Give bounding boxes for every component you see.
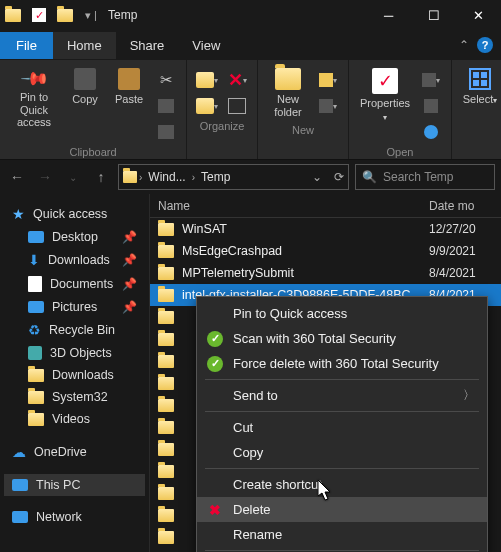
address-row: ← → ⌄ ↑ › Wind... › Temp ⌄ ⟳ 🔍 Search Te… bbox=[0, 160, 501, 194]
paste-shortcut-button[interactable] bbox=[152, 120, 180, 144]
copy-to-button[interactable]: ▾ bbox=[193, 94, 221, 118]
column-date-header[interactable]: Date mo bbox=[429, 199, 501, 213]
sidebar-recycle-bin[interactable]: ♻Recycle Bin bbox=[4, 318, 145, 342]
folder-icon bbox=[158, 465, 174, 478]
file-row[interactable]: WinSAT12/27/20 bbox=[150, 218, 501, 240]
delete-button[interactable]: ✕▾ bbox=[223, 68, 251, 92]
window-title: Temp bbox=[108, 8, 366, 22]
folder-icon bbox=[158, 509, 174, 522]
history-button[interactable] bbox=[417, 120, 445, 144]
pin-icon: 📌 bbox=[122, 277, 137, 291]
maximize-button[interactable]: ☐ bbox=[411, 0, 456, 30]
recent-locations-button[interactable]: ⌄ bbox=[62, 172, 84, 183]
ribbon-collapse-icon[interactable]: ⌃ bbox=[459, 38, 469, 52]
rename-button[interactable] bbox=[223, 94, 251, 118]
folder-icon bbox=[158, 245, 174, 258]
sidebar-pictures[interactable]: Pictures📌 bbox=[4, 296, 145, 318]
ctx-cut[interactable]: Cut bbox=[197, 415, 487, 440]
refresh-icon[interactable]: ⟳ bbox=[334, 170, 344, 184]
copy-button[interactable]: Copy bbox=[64, 64, 106, 144]
properties-button[interactable]: ✓Properties ▾ bbox=[355, 64, 415, 144]
address-dropdown-icon[interactable]: ⌄ bbox=[312, 170, 322, 184]
open-button[interactable]: ▾ bbox=[417, 68, 445, 92]
pin-to-quick-access-button[interactable]: 📌Pin to Quick access bbox=[6, 64, 62, 144]
breadcrumb-temp[interactable]: Temp bbox=[197, 170, 234, 184]
sidebar-documents[interactable]: Documents📌 bbox=[4, 272, 145, 296]
easy-access-button[interactable]: ▾ bbox=[314, 94, 342, 118]
sidebar-this-pc[interactable]: This PC bbox=[4, 474, 145, 496]
file-name: WinSAT bbox=[182, 222, 421, 236]
ctx-delete[interactable]: ✖Delete bbox=[197, 497, 487, 522]
folder-icon bbox=[158, 377, 174, 390]
ctx-force-delete-360[interactable]: ✓Force delete with 360 Total Security bbox=[197, 351, 487, 376]
folder-icon bbox=[158, 311, 174, 324]
ctx-pin-to-quick-access[interactable]: Pin to Quick access bbox=[197, 301, 487, 326]
folder-icon bbox=[158, 223, 174, 236]
organize-group-label: Organize bbox=[200, 120, 245, 132]
chevron-icon[interactable]: › bbox=[139, 172, 142, 183]
new-folder-button[interactable]: New folder bbox=[264, 64, 312, 122]
tab-home[interactable]: Home bbox=[53, 32, 116, 59]
pin-icon: 📌 bbox=[122, 253, 137, 267]
folder-icon bbox=[158, 267, 174, 280]
sidebar-videos[interactable]: Videos bbox=[4, 408, 145, 430]
column-name-header[interactable]: Name bbox=[150, 199, 429, 213]
sidebar-desktop[interactable]: Desktop📌 bbox=[4, 226, 145, 248]
back-button[interactable]: ← bbox=[6, 169, 28, 185]
qat-dropdown-icon[interactable]: ▾ | bbox=[81, 5, 101, 25]
qat-folder-icon[interactable] bbox=[3, 5, 23, 25]
search-input[interactable]: 🔍 Search Temp bbox=[355, 164, 495, 190]
new-group-label: New bbox=[292, 124, 314, 136]
folder-icon bbox=[158, 531, 174, 544]
tab-file[interactable]: File bbox=[0, 32, 53, 59]
select-button[interactable]: Select▾ bbox=[458, 64, 501, 110]
forward-button[interactable]: → bbox=[34, 169, 56, 185]
sidebar: ★Quick access Desktop📌 ⬇Downloads📌 Docum… bbox=[0, 194, 149, 552]
paste-button[interactable]: Paste bbox=[108, 64, 150, 144]
file-date: 12/27/20 bbox=[429, 222, 501, 236]
breadcrumb-windows[interactable]: Wind... bbox=[144, 170, 189, 184]
ribbon: 📌Pin to Quick access Copy Paste ✂ Clipbo… bbox=[0, 60, 501, 160]
folder-icon bbox=[158, 421, 174, 434]
folder-icon bbox=[158, 443, 174, 456]
pin-icon: 📌 bbox=[122, 230, 137, 244]
move-to-button[interactable]: ▾ bbox=[193, 68, 221, 92]
sidebar-onedrive[interactable]: ☁OneDrive bbox=[4, 440, 145, 464]
ctx-separator bbox=[205, 411, 479, 412]
new-item-button[interactable]: ▾ bbox=[314, 68, 342, 92]
context-menu: Pin to Quick access ✓Scan with 360 Total… bbox=[196, 296, 488, 552]
help-icon[interactable]: ? bbox=[477, 37, 493, 53]
qat-folder2-icon[interactable] bbox=[55, 5, 75, 25]
minimize-button[interactable]: ─ bbox=[366, 0, 411, 30]
close-button[interactable]: ✕ bbox=[456, 0, 501, 30]
file-row[interactable]: MsEdgeCrashpad9/9/2021 bbox=[150, 240, 501, 262]
ctx-scan-360[interactable]: ✓Scan with 360 Total Security bbox=[197, 326, 487, 351]
sidebar-network[interactable]: Network bbox=[4, 506, 145, 528]
sidebar-downloads[interactable]: ⬇Downloads📌 bbox=[4, 248, 145, 272]
search-icon: 🔍 bbox=[362, 170, 377, 184]
folder-icon bbox=[158, 333, 174, 346]
file-name: MsEdgeCrashpad bbox=[182, 244, 421, 258]
sidebar-system32[interactable]: System32 bbox=[4, 386, 145, 408]
chevron-icon[interactable]: › bbox=[192, 172, 195, 183]
ctx-create-shortcut[interactable]: Create shortcut bbox=[197, 472, 487, 497]
tab-view[interactable]: View bbox=[178, 32, 234, 59]
clipboard-group-label: Clipboard bbox=[69, 146, 116, 158]
up-button[interactable]: ↑ bbox=[90, 169, 112, 185]
qat-properties-icon[interactable]: ✓ bbox=[29, 5, 49, 25]
folder-icon bbox=[158, 487, 174, 500]
copy-path-button[interactable] bbox=[152, 94, 180, 118]
address-bar[interactable]: › Wind... › Temp ⌄ ⟳ bbox=[118, 164, 349, 190]
file-row[interactable]: MPTelemetrySubmit8/4/2021 bbox=[150, 262, 501, 284]
ribbon-tabs: File Home Share View ⌃ ? bbox=[0, 30, 501, 60]
ctx-rename[interactable]: Rename bbox=[197, 522, 487, 547]
ctx-send-to[interactable]: Send to〉 bbox=[197, 383, 487, 408]
sidebar-quick-access[interactable]: ★Quick access bbox=[4, 202, 145, 226]
sidebar-downloads-2[interactable]: Downloads bbox=[4, 364, 145, 386]
cut-button[interactable]: ✂ bbox=[152, 68, 180, 92]
edit-button[interactable] bbox=[417, 94, 445, 118]
folder-icon bbox=[158, 355, 174, 368]
ctx-copy[interactable]: Copy bbox=[197, 440, 487, 465]
sidebar-3d-objects[interactable]: 3D Objects bbox=[4, 342, 145, 364]
tab-share[interactable]: Share bbox=[116, 32, 179, 59]
